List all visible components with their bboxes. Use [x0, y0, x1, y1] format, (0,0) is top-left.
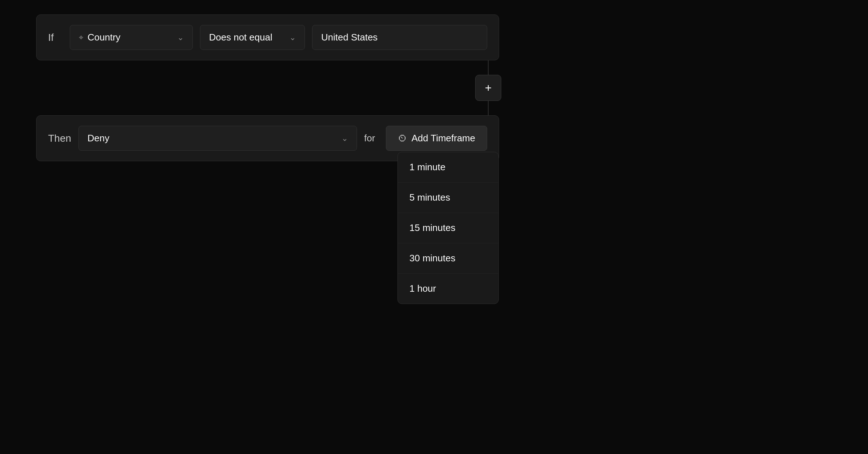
action-select[interactable]: Deny ⌄ [78, 126, 357, 151]
for-label: for [364, 133, 379, 144]
action-select-label: Deny [88, 133, 337, 144]
connector-line-top [488, 60, 489, 75]
connector-line-bottom [488, 101, 489, 115]
country-select[interactable]: ⌖ Country ⌄ [70, 25, 193, 50]
dropdown-item-5min[interactable]: 5 minutes [398, 183, 498, 213]
dropdown-item-30min[interactable]: 30 minutes [398, 243, 498, 274]
action-chevron-icon: ⌄ [341, 134, 348, 143]
add-timeframe-button[interactable]: ⏲ Add Timeframe [386, 126, 487, 151]
clock-icon: ⏲ [398, 133, 407, 144]
dropdown-item-1hour[interactable]: 1 hour [398, 274, 498, 304]
connector: + [477, 60, 499, 115]
country-select-label: Country [88, 32, 173, 43]
add-timeframe-label: Add Timeframe [412, 133, 475, 144]
then-action-row: Then Deny ⌄ for ⏲ Add Timeframe 1 minute… [36, 115, 499, 161]
dropdown-item-1min[interactable]: 1 minute [398, 152, 498, 183]
location-pin-icon: ⌖ [79, 33, 83, 42]
country-chevron-icon: ⌄ [177, 33, 184, 42]
dropdown-item-15min[interactable]: 15 minutes [398, 213, 498, 243]
if-label: If [48, 32, 63, 43]
operator-chevron-icon: ⌄ [289, 33, 296, 42]
operator-select[interactable]: Does not equal ⌄ [200, 25, 305, 50]
rule-builder: If ⌖ Country ⌄ Does not equal ⌄ United S… [36, 14, 499, 161]
value-field: United States [312, 25, 487, 50]
timeframe-dropdown: 1 minute 5 minutes 15 minutes 30 minutes… [397, 152, 499, 304]
add-condition-button[interactable]: + [475, 75, 501, 101]
operator-select-label: Does not equal [209, 32, 285, 43]
if-condition-row: If ⌖ Country ⌄ Does not equal ⌄ United S… [36, 14, 499, 60]
then-label: Then [48, 133, 71, 144]
